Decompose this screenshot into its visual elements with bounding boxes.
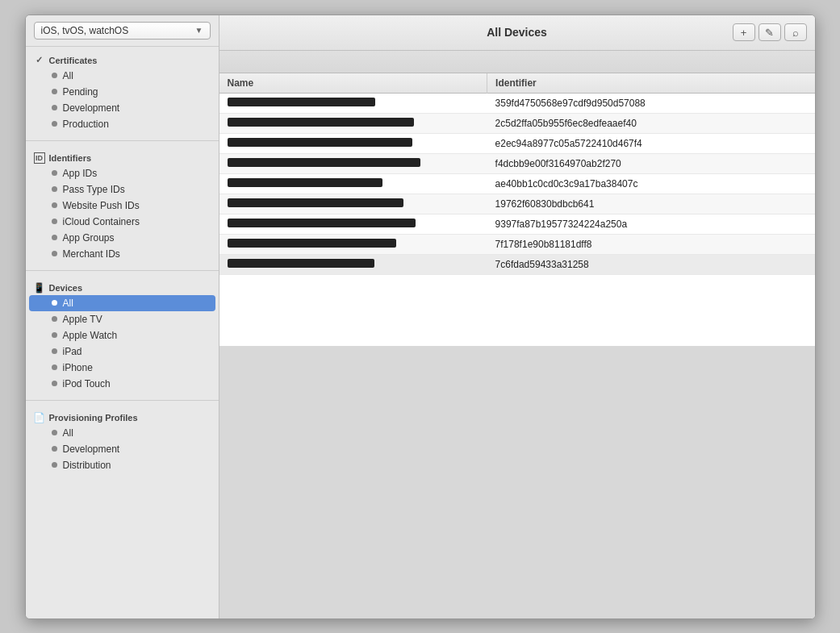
main-window: iOS, tvOS, watchOS ▼ ✓ Certificates All … [25, 15, 816, 619]
device-name-cell: ██████████████████████████████ [219, 133, 487, 153]
sidebar-item-passtypeids[interactable]: Pass Type IDs [29, 181, 215, 198]
toolbar: All Devices + ✎ ⌕ [219, 15, 815, 51]
devices-icon: 📱 [34, 282, 45, 294]
devices-header: 📱 Devices [26, 279, 219, 295]
certificates-header: ✓ Certificates [26, 52, 219, 68]
sidebar-item-certs-pending[interactable]: Pending [29, 84, 215, 100]
bullet-passtypeids [52, 186, 57, 192]
toolbar-buttons: + ✎ ⌕ [733, 23, 807, 41]
appletv-label: Apple TV [63, 314, 102, 325]
icloudcontainers-label: iCloud Containers [63, 216, 140, 227]
bullet-ipodtouch [52, 381, 57, 386]
device-name-cell: ██████████████████████████████ [219, 113, 487, 133]
device-identifier-cell: 9397fa87b19577324224a250a [487, 214, 815, 234]
search-button[interactable]: ⌕ [784, 23, 807, 41]
main-content: All Devices + ✎ ⌕ [219, 15, 815, 618]
sidebar-item-websitepushids[interactable]: Website Push IDs [29, 198, 215, 214]
provisioning-header: 📄 Provisioning Profiles [26, 409, 219, 425]
devices-table: Name Identifier ████████████████████████… [219, 73, 815, 275]
add-button[interactable]: + [733, 23, 755, 41]
bullet-prov-dist [52, 462, 57, 468]
prov-dist-label: Distribution [63, 460, 111, 471]
device-identifier-cell: 359fd4750568e97cdf9d950d57088 [487, 93, 815, 113]
platform-dropdown-label: iOS, tvOS, watchOS [41, 25, 129, 36]
bullet-prov-dev [52, 446, 57, 452]
sidebar-item-certs-production[interactable]: Production [29, 116, 215, 132]
bullet-certs-prod [52, 121, 57, 127]
divider-3 [26, 400, 219, 401]
bullet-icloudcontainers [52, 219, 57, 224]
sidebar-item-devices-all[interactable]: All [29, 295, 215, 311]
bullet-applewatch [52, 332, 57, 338]
edit-button[interactable]: ✎ [759, 23, 781, 41]
devices-section: 📱 Devices All Apple TV Apple Watch [26, 274, 219, 397]
device-identifier-cell: 2c5d2ffa05b955f6ec8edfeaaef40 [487, 113, 815, 133]
sidebar-item-applewatch[interactable]: Apple Watch [29, 327, 215, 344]
table-row[interactable]: ██████████████████████████████2c5d2ffa05… [219, 113, 815, 133]
provisioning-label: Provisioning Profiles [49, 413, 138, 423]
identifiers-label: Identifiers [49, 153, 92, 163]
table-row[interactable]: ██████████████████████████████7f178f1e90… [219, 234, 815, 254]
websitepushids-label: Website Push IDs [63, 200, 140, 211]
edit-icon: ✎ [765, 27, 774, 39]
sidebar-item-appletv[interactable]: Apple TV [29, 311, 215, 327]
certs-prod-label: Production [63, 119, 109, 130]
table-row[interactable]: ██████████████████████████████7c6fdad594… [219, 254, 815, 274]
sidebar-item-appids[interactable]: App IDs [29, 165, 215, 181]
table-row[interactable]: ██████████████████████████████f4dcbb9e00… [219, 153, 815, 173]
sidebar-item-iphone[interactable]: iPhone [29, 360, 215, 376]
certificates-icon: ✓ [34, 55, 45, 66]
bullet-certs-all [52, 73, 57, 78]
bullet-websitepushids [52, 202, 57, 208]
prov-all-label: All [63, 427, 73, 439]
sidebar-item-certs-development[interactable]: Development [29, 100, 215, 116]
sidebar-item-prov-all[interactable]: All [29, 425, 215, 441]
divider-1 [26, 140, 219, 141]
search-icon: ⌕ [792, 27, 799, 39]
platform-dropdown[interactable]: iOS, tvOS, watchOS ▼ [34, 22, 211, 40]
certs-pending-label: Pending [63, 86, 98, 98]
sidebar: iOS, tvOS, watchOS ▼ ✓ Certificates All … [26, 15, 219, 618]
sidebar-item-ipad[interactable]: iPad [29, 344, 215, 360]
table-row[interactable]: ██████████████████████████████e2ec94a897… [219, 133, 815, 153]
add-icon: + [741, 27, 747, 39]
sidebar-item-appgroups[interactable]: App Groups [29, 230, 215, 246]
platform-dropdown-arrow: ▼ [195, 26, 203, 35]
bullet-certs-dev [52, 105, 57, 110]
sidebar-item-icloudcontainers[interactable]: iCloud Containers [29, 214, 215, 230]
certificates-label: Certificates [49, 56, 98, 65]
table-container[interactable]: Name Identifier ████████████████████████… [219, 73, 815, 346]
prov-dev-label: Development [63, 444, 120, 455]
device-identifier-cell: 7f178f1e90b81181dff8 [487, 234, 815, 254]
ipad-label: iPad [63, 346, 82, 357]
sidebar-item-prov-development[interactable]: Development [29, 441, 215, 457]
device-identifier-cell: ae40bb1c0cd0c3c9a17ba38407c [487, 173, 815, 194]
page-title: All Devices [487, 26, 547, 39]
identifiers-section: ID Identifiers App IDs Pass Type IDs Web… [26, 144, 219, 267]
devices-label: Devices [49, 283, 83, 293]
bullet-appids [52, 170, 57, 176]
sidebar-item-prov-distribution[interactable]: Distribution [29, 457, 215, 473]
iphone-label: iPhone [63, 362, 93, 373]
ipodtouch-label: iPod Touch [63, 378, 111, 389]
appids-label: App IDs [63, 168, 98, 179]
device-name-cell: ██████████████████████████████ [219, 234, 487, 254]
table-header-row: Name Identifier [219, 73, 815, 94]
bullet-devices-all [52, 300, 57, 306]
col-header-identifier[interactable]: Identifier [487, 73, 815, 94]
empty-area [219, 346, 815, 618]
device-name-cell: ██████████████████████████████ [219, 153, 487, 173]
sidebar-item-certs-all[interactable]: All [29, 68, 215, 84]
col-header-name[interactable]: Name [219, 73, 487, 94]
table-row[interactable]: ██████████████████████████████9397fa87b1… [219, 214, 815, 234]
sidebar-item-merchantids[interactable]: Merchant IDs [29, 246, 215, 262]
sidebar-item-ipodtouch[interactable]: iPod Touch [29, 376, 215, 392]
table-row[interactable]: ██████████████████████████████19762f6083… [219, 194, 815, 214]
table-row[interactable]: ██████████████████████████████359fd47505… [219, 93, 815, 113]
device-name-cell: ██████████████████████████████ [219, 214, 487, 234]
table-row[interactable]: ██████████████████████████████ae40bb1c0c… [219, 173, 815, 194]
identifiers-header: ID Identifiers [26, 149, 219, 165]
bullet-prov-all [52, 430, 57, 435]
bullet-appletv [52, 316, 57, 322]
sidebar-top: iOS, tvOS, watchOS ▼ [26, 15, 219, 47]
